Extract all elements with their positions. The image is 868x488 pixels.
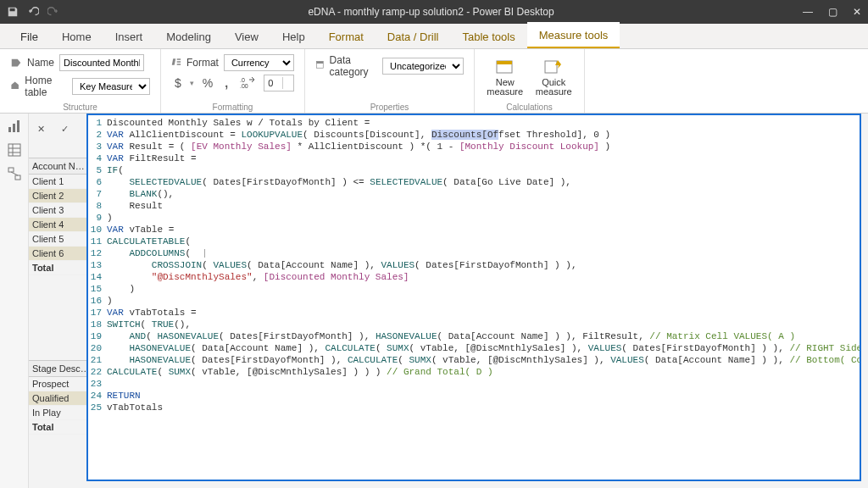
list-item[interactable]: Client 6 xyxy=(29,247,86,261)
format-label: Format xyxy=(186,57,219,69)
list-item[interactable]: Prospect xyxy=(29,377,86,391)
name-input[interactable] xyxy=(59,54,144,71)
svg-rect-8 xyxy=(13,124,15,132)
currency-button[interactable]: $ xyxy=(171,75,185,92)
new-measure-label: New measure xyxy=(485,78,526,97)
list-item[interactable]: Client 3 xyxy=(29,203,86,218)
svg-rect-3 xyxy=(316,62,323,64)
new-measure-button[interactable]: New measure xyxy=(485,58,526,97)
account-header[interactable]: Account N… xyxy=(29,158,86,175)
close-icon[interactable]: ✕ xyxy=(853,6,861,18)
formula-editor-area: 1Discounted Monthly Sales w / Totals by … xyxy=(86,114,868,488)
data-category-icon xyxy=(315,60,325,72)
format-select[interactable]: Currency xyxy=(224,54,294,71)
commit-formula-icon[interactable]: ✓ xyxy=(61,124,75,137)
decimals-spinner[interactable]: 0 xyxy=(264,75,294,92)
list-item[interactable]: In Play xyxy=(29,406,86,420)
group-properties-label: Properties xyxy=(305,103,474,112)
thousands-button[interactable]: , xyxy=(221,75,231,92)
list-item[interactable]: Client 4 xyxy=(29,218,86,232)
stage-header[interactable]: Stage Desc… xyxy=(29,360,86,377)
svg-rect-7 xyxy=(8,127,11,132)
group-properties: Data category Uncategorized Properties xyxy=(305,49,475,113)
tab-help[interactable]: Help xyxy=(270,25,317,48)
workspace: ✕ ✓ Account N… Client 1 Client 2 Client … xyxy=(0,114,868,488)
formula-bar-controls: ✕ ✓ xyxy=(29,120,86,141)
total-row[interactable]: Total xyxy=(29,261,86,275)
tab-modeling[interactable]: Modeling xyxy=(154,25,223,48)
tab-data-drill[interactable]: Data / Drill xyxy=(376,25,451,48)
group-formatting-label: Formatting xyxy=(161,103,304,112)
new-measure-icon xyxy=(494,58,516,76)
window-title: eDNA - monthly ramp-up solution2 - Power… xyxy=(59,6,803,18)
tab-insert[interactable]: Insert xyxy=(103,25,155,48)
matrix-row-headers: ✕ ✓ Account N… Client 1 Client 2 Client … xyxy=(29,114,86,488)
quick-measure-icon xyxy=(542,58,565,76)
ribbon-tabs: File Home Insert Modeling View Help Form… xyxy=(0,24,868,49)
name-label: Name xyxy=(27,57,54,69)
svg-rect-15 xyxy=(15,175,20,180)
total-row[interactable]: Total xyxy=(29,420,86,435)
ribbon-body: Name Home table Key Measures Structure F… xyxy=(0,49,868,114)
minimize-icon[interactable]: — xyxy=(803,6,813,18)
quick-measure-button[interactable]: Quick measure xyxy=(534,58,575,97)
report-view-icon[interactable] xyxy=(7,119,22,134)
svg-text:.00: .00 xyxy=(240,83,248,88)
dax-editor[interactable]: 1Discounted Monthly Sales w / Totals by … xyxy=(86,114,861,481)
list-item[interactable]: Client 5 xyxy=(29,232,86,247)
svg-line-16 xyxy=(11,172,18,175)
group-formatting: Format Currency $ ▾ % , .0.00 0 Formatti… xyxy=(161,49,305,113)
model-view-icon[interactable] xyxy=(7,166,22,181)
home-table-icon xyxy=(10,80,19,92)
redo-icon[interactable] xyxy=(47,6,59,18)
svg-rect-10 xyxy=(8,144,20,156)
group-calculations-label: Calculations xyxy=(475,103,584,112)
svg-text:.0: .0 xyxy=(240,77,245,83)
tab-file[interactable]: File xyxy=(8,25,50,48)
save-icon[interactable] xyxy=(7,6,19,18)
home-table-select[interactable]: Key Measures xyxy=(72,78,150,95)
tab-measure-tools[interactable]: Measure tools xyxy=(527,22,620,48)
view-rail xyxy=(0,114,29,488)
group-structure-label: Structure xyxy=(0,103,160,112)
undo-icon[interactable] xyxy=(27,6,39,18)
quick-measure-label: Quick measure xyxy=(534,78,575,97)
list-item[interactable]: Client 2 xyxy=(29,189,86,203)
decimals-value: 0 xyxy=(268,78,273,88)
svg-rect-6 xyxy=(545,61,557,73)
percent-button[interactable]: % xyxy=(199,75,216,92)
data-view-icon[interactable] xyxy=(7,142,22,158)
cancel-formula-icon[interactable]: ✕ xyxy=(37,124,51,137)
list-item[interactable]: Client 1 xyxy=(29,175,86,189)
decimal-button[interactable]: .0.00 xyxy=(236,75,259,92)
svg-rect-9 xyxy=(17,120,19,132)
group-calculations: New measure Quick measure Calculations xyxy=(475,49,585,113)
tab-table-tools[interactable]: Table tools xyxy=(450,25,526,48)
home-table-label: Home table xyxy=(25,75,67,98)
svg-rect-14 xyxy=(8,168,14,172)
title-bar: eDNA - monthly ramp-up solution2 - Power… xyxy=(0,0,868,24)
window-controls: — ▢ ✕ xyxy=(803,6,861,18)
code-line: Discounted Monthly Sales w / Totals by C… xyxy=(107,117,370,129)
tab-format[interactable]: Format xyxy=(317,25,376,48)
tab-home[interactable]: Home xyxy=(50,25,103,48)
data-category-select[interactable]: Uncategorized xyxy=(382,58,464,75)
list-item[interactable]: Qualified xyxy=(29,391,86,406)
format-icon xyxy=(171,57,181,69)
tab-view[interactable]: View xyxy=(223,25,270,48)
group-structure: Name Home table Key Measures Structure xyxy=(0,49,161,113)
quick-access-toolbar xyxy=(7,6,59,18)
svg-rect-5 xyxy=(497,61,512,64)
maximize-icon[interactable]: ▢ xyxy=(828,6,837,18)
data-category-label: Data category xyxy=(330,54,377,78)
name-tag-icon xyxy=(10,57,22,69)
